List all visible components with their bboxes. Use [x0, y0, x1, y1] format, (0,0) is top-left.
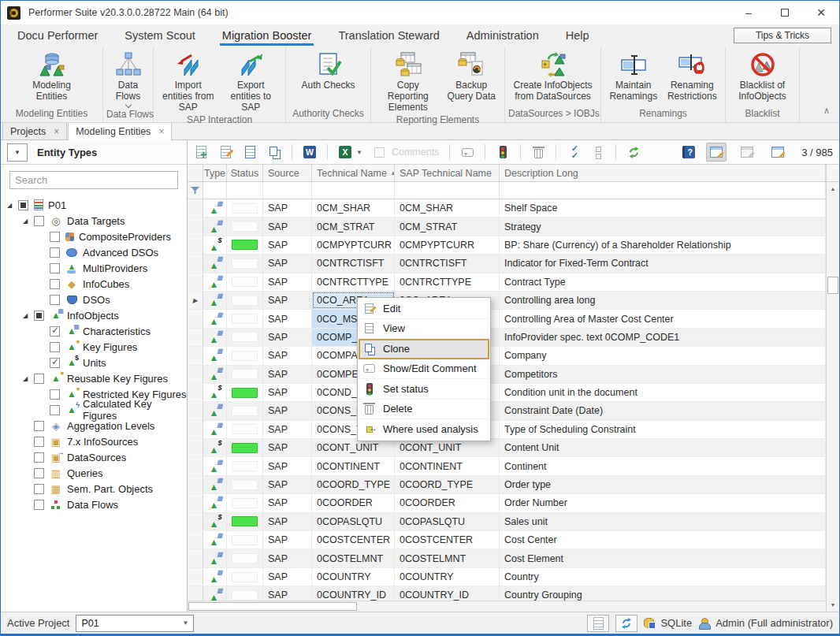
- close-tab-icon[interactable]: ×: [54, 126, 59, 137]
- menu-translation-steward[interactable]: Translation Steward: [325, 24, 452, 46]
- table-row[interactable]: ▶ SAP 0COMPETIT Competitors: [188, 366, 826, 384]
- type-cell[interactable]: [203, 531, 227, 549]
- description-cell[interactable]: Strategy: [500, 218, 826, 235]
- sap-technical-name-cell[interactable]: 0CMPYPTCURR: [395, 236, 500, 254]
- table-row[interactable]: ▶ SAP 0CONS_DA Constraint Date (Date): [188, 402, 826, 420]
- scroll-down-icon[interactable]: ▼: [827, 598, 839, 612]
- source-cell[interactable]: SAP: [263, 384, 312, 401]
- context-menu-set-status[interactable]: Set status: [359, 379, 489, 400]
- expander-icon[interactable]: [23, 312, 34, 319]
- table-row[interactable]: ▶ SAP 0COUNTRY_ID 0COUNTRY_ID Country Gr…: [188, 586, 826, 601]
- multi-select-button[interactable]: [591, 145, 605, 159]
- type-cell[interactable]: [203, 366, 227, 383]
- description-cell[interactable]: Shelf Space: [500, 199, 826, 217]
- checkbox[interactable]: [34, 468, 44, 478]
- tree-item-characteristics[interactable]: Characteristics: [1, 323, 187, 339]
- tree-item-multiproviders[interactable]: MultiProviders: [1, 260, 187, 276]
- expander-icon[interactable]: [7, 202, 18, 209]
- table-row[interactable]: ▶ SAP 0CONT_UNIT 0CONT_UNIT Content Unit: [188, 439, 826, 457]
- table-row[interactable]: ▶ SAP 0CM_STRAT 0CM_STRAT Strategy: [188, 218, 826, 236]
- checkbox[interactable]: [34, 437, 44, 447]
- tree-item-units[interactable]: Units: [1, 355, 187, 370]
- collapse-ribbon-icon[interactable]: ∧: [823, 106, 830, 116]
- context-menu-show-edit-comment[interactable]: … Show/Edit Comment: [359, 359, 489, 380]
- technical-name-cell[interactable]: 0CONTINENT: [312, 457, 395, 474]
- source-cell[interactable]: SAP: [263, 199, 312, 217]
- status-cell[interactable]: [227, 255, 263, 272]
- source-cell[interactable]: SAP: [263, 402, 312, 419]
- source-cell[interactable]: SAP: [263, 421, 312, 438]
- status-cell[interactable]: [227, 402, 263, 419]
- source-cell[interactable]: SAP: [263, 366, 312, 383]
- scrollbar-thumb[interactable]: [827, 277, 838, 294]
- technical-name-cell[interactable]: 0CM_SHAR: [312, 199, 395, 217]
- type-cell[interactable]: [203, 218, 227, 235]
- technical-name-cell[interactable]: 0COORDER: [312, 494, 395, 511]
- description-cell[interactable]: Condition unit in the document: [500, 384, 826, 401]
- table-row[interactable]: ▶ SAP 0CO_AREA 0CO_AREA Controlling area…: [188, 292, 826, 310]
- backup-query-data-button[interactable]: Backup Query Data: [443, 49, 500, 113]
- technical-name-cell[interactable]: 0CNTRCTTYPE: [312, 273, 395, 291]
- tree-item-compositeproviders[interactable]: CompositeProviders: [1, 229, 187, 244]
- show-comment-button[interactable]: …: [460, 145, 474, 159]
- filter-cell[interactable]: [203, 182, 227, 199]
- type-cell[interactable]: [203, 494, 227, 511]
- checkbox[interactable]: [34, 311, 44, 321]
- comment-view-button[interactable]: [737, 143, 757, 162]
- tree-item-data-flows[interactable]: Data Flows: [1, 497, 187, 512]
- table-row[interactable]: ▶ SAP 0CMPYPTCURR 0CMPYPTCURR BP: Share …: [188, 236, 826, 255]
- tree-item-datasources[interactable]: DataSources: [1, 449, 187, 465]
- source-cell[interactable]: SAP: [263, 347, 312, 364]
- checkbox[interactable]: [34, 452, 44, 463]
- description-cell[interactable]: Continent: [500, 457, 826, 474]
- tree-item-p01[interactable]: P01: [1, 197, 187, 213]
- table-row[interactable]: ▶ SAP 0COMPANY Company: [188, 347, 826, 365]
- description-cell[interactable]: Type of Scheduling Constraint: [500, 421, 826, 438]
- source-cell[interactable]: SAP: [263, 236, 312, 254]
- view-entity-button[interactable]: [243, 145, 257, 159]
- status-cell[interactable]: [227, 513, 263, 530]
- menu-system-scout[interactable]: System Scout: [111, 24, 208, 46]
- technical-name-cell[interactable]: 0COORD_TYPE: [312, 476, 395, 493]
- panel-dropdown-button[interactable]: ▼: [7, 143, 28, 162]
- detail-view-button[interactable]: [706, 143, 727, 162]
- source-cell[interactable]: SAP: [263, 292, 312, 309]
- status-cell[interactable]: [227, 236, 263, 254]
- type-cell[interactable]: [203, 329, 227, 346]
- description-cell[interactable]: Company: [500, 347, 826, 364]
- type-cell[interactable]: [203, 549, 227, 567]
- sap-technical-name-cell[interactable]: 0COUNTRY: [395, 568, 500, 586]
- checkbox[interactable]: [50, 389, 60, 400]
- table-row[interactable]: ▶ SAP 0COUNTRY 0COUNTRY Country: [188, 568, 826, 586]
- source-cell[interactable]: SAP: [263, 457, 312, 474]
- status-cell[interactable]: [227, 218, 263, 235]
- checkbox[interactable]: [34, 484, 44, 494]
- source-cell[interactable]: SAP: [263, 273, 312, 291]
- checkbox[interactable]: [50, 358, 60, 368]
- vertical-scrollbar[interactable]: ▲ ▼: [826, 165, 839, 612]
- checkbox[interactable]: [50, 279, 60, 289]
- type-cell[interactable]: [203, 586, 227, 601]
- header-type[interactable]: Type: [203, 165, 227, 181]
- sap-technical-name-cell[interactable]: 0CNTRCTTYPE: [395, 273, 500, 291]
- status-cell[interactable]: [227, 347, 263, 364]
- description-cell[interactable]: Country: [500, 568, 826, 586]
- excel-dropdown-icon[interactable]: ▼: [356, 149, 362, 156]
- source-cell[interactable]: SAP: [263, 255, 312, 272]
- status-cell[interactable]: [227, 476, 263, 493]
- help-button[interactable]: ?: [682, 145, 696, 159]
- tree-item-key-figures[interactable]: Key Figures: [1, 339, 187, 355]
- add-entity-button[interactable]: [194, 145, 208, 159]
- log-button[interactable]: [587, 615, 609, 632]
- description-cell[interactable]: Country Grouping: [500, 586, 826, 601]
- source-cell[interactable]: SAP: [263, 494, 312, 511]
- filter-status-button[interactable]: ✓✓: [567, 145, 581, 159]
- status-cell[interactable]: [227, 531, 263, 549]
- tree-item-dsos[interactable]: DSOs: [1, 292, 187, 307]
- tree-item-advanced-dsos[interactable]: Advanced DSOs: [1, 244, 187, 260]
- copy-reporting-elements-button[interactable]: Copy Reporting Elements: [376, 49, 440, 113]
- technical-name-cell[interactable]: 0COPASLQTU: [312, 513, 395, 530]
- technical-name-cell[interactable]: 0CMPYPTCURR: [312, 236, 395, 254]
- type-cell[interactable]: [203, 310, 227, 327]
- tree-item-infoobjects[interactable]: InfoObjects: [1, 307, 187, 323]
